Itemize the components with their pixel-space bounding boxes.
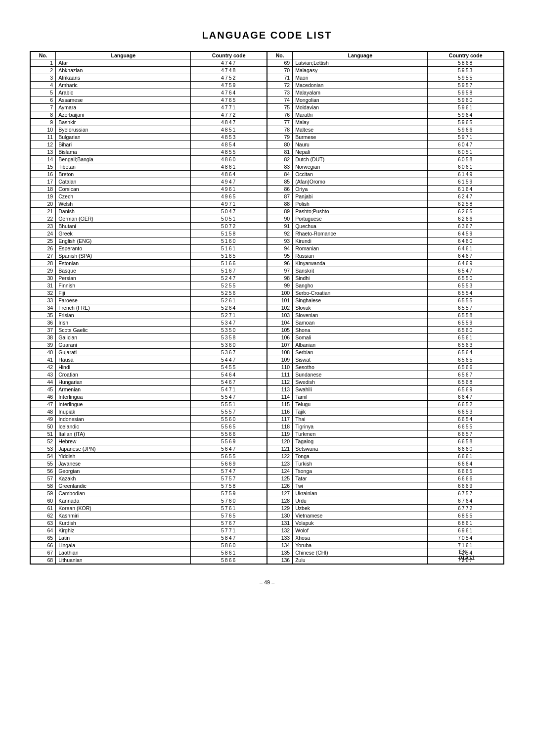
table-row: 114Tamil6647 xyxy=(267,393,504,401)
table-row: 16Breton4864 xyxy=(31,171,267,178)
table-row: 1Afar4747 xyxy=(31,59,267,67)
right-header-code: Country code xyxy=(428,52,504,59)
table-row: 67Laothian5861 xyxy=(31,549,267,557)
table-row: 39Guarani5360 xyxy=(31,341,267,349)
table-row: 118Tigrinya6655 xyxy=(267,423,504,430)
table-row: 82Dutch (DUT)6058 xyxy=(267,156,504,163)
table-row: 23Bhutani5072 xyxy=(31,223,267,230)
table-row: 83Norwegian6061 xyxy=(267,163,504,171)
footer-code: EN01A11 xyxy=(459,549,475,561)
footer: – 49 – xyxy=(30,579,504,585)
table-row: 78Maltese5966 xyxy=(267,126,504,134)
table-row: 37Scots Gaelic5350 xyxy=(31,327,267,334)
left-header-no: No. xyxy=(31,52,56,59)
table-row: 56Georgian5747 xyxy=(31,468,267,475)
table-row: 106Somali6561 xyxy=(267,334,504,341)
table-row: 120Tagalog6658 xyxy=(267,438,504,445)
table-row: 103Slovenian6558 xyxy=(267,312,504,319)
table-row: 24Greek5158 xyxy=(31,230,267,237)
table-row: 63Kurdish5767 xyxy=(31,520,267,527)
table-row: 21Danish5047 xyxy=(31,208,267,215)
table-row: 123Turkish6664 xyxy=(267,460,504,468)
table-row: 69Latvian;Lettish5868 xyxy=(267,59,504,67)
table-row: 32Fiji5256 xyxy=(31,289,267,297)
table-row: 35Frisian5271 xyxy=(31,312,267,319)
table-row: 131Volapuk6861 xyxy=(267,520,504,527)
table-row: 3Afrikaans4752 xyxy=(31,74,267,82)
table-row: 12Bihari4854 xyxy=(31,141,267,148)
table-row: 27Spanish (SPA)5165 xyxy=(31,252,267,260)
language-table-container: No. Language Country code 1Afar47472Abkh… xyxy=(30,51,504,565)
table-row: 119Turkmen6657 xyxy=(267,430,504,438)
right-header-language: Language xyxy=(293,52,428,59)
table-row: 86Oriya6164 xyxy=(267,186,504,193)
table-row: 65Latin5847 xyxy=(31,534,267,542)
table-row: 26Esperanto5161 xyxy=(31,245,267,252)
table-row: 48Inupiak5557 xyxy=(31,408,267,416)
table-row: 62Kashmiri5765 xyxy=(31,512,267,520)
table-row: 18Corsican4961 xyxy=(31,186,267,193)
table-row: 90Portuguese6266 xyxy=(267,215,504,223)
table-row: 84Occitan6149 xyxy=(267,171,504,178)
table-row: 75Moldavian5961 xyxy=(267,104,504,111)
table-row: 113Swahili6569 xyxy=(267,386,504,393)
table-row: 30Persian5247 xyxy=(31,275,267,282)
table-row: 51Italian (ITA)5566 xyxy=(31,430,267,438)
table-row: 73Malayalam5958 xyxy=(267,89,504,96)
table-row: 40Gujarati5367 xyxy=(31,349,267,356)
table-row: 115Telugu6652 xyxy=(267,401,504,408)
table-row: 8Azerbaijani4772 xyxy=(31,111,267,119)
table-row: 125Tatar6666 xyxy=(267,475,504,482)
table-row: 99Sangho6553 xyxy=(267,282,504,289)
table-row: 13Bislama4855 xyxy=(31,148,267,156)
table-row: 105Shona6560 xyxy=(267,327,504,334)
table-row: 96Kinyarwanda6469 xyxy=(267,260,504,267)
table-row: 7Aymara4771 xyxy=(31,104,267,111)
page-title: LANGUAGE CODE LIST xyxy=(30,30,504,41)
table-row: 17Catalan4947 xyxy=(31,178,267,186)
table-row: 122Tonga6661 xyxy=(267,453,504,460)
left-table: No. Language Country code 1Afar47472Abkh… xyxy=(30,51,267,564)
table-row: 76Marathi5964 xyxy=(267,111,504,119)
table-row: 61Korean (KOR)5761 xyxy=(31,505,267,512)
table-row: 4Amharic4759 xyxy=(31,82,267,89)
table-row: 89Pashto;Pushto6265 xyxy=(267,208,504,215)
table-row: 6Assamese4765 xyxy=(31,96,267,104)
table-row: 47Interlingue5551 xyxy=(31,401,267,408)
table-row: 127Ukrainian6757 xyxy=(267,490,504,497)
table-row: 68Lithuanian5866 xyxy=(31,557,267,564)
table-row: 52Hebrew5569 xyxy=(31,438,267,445)
table-row: 43Croatian5464 xyxy=(31,371,267,378)
table-row: 88Polish6258 xyxy=(267,200,504,208)
table-row: 46Interlingua5547 xyxy=(31,393,267,401)
table-row: 34French (FRE)5264 xyxy=(31,304,267,312)
table-row: 129Uzbek6772 xyxy=(267,505,504,512)
table-row: 11Bulgarian4853 xyxy=(31,134,267,141)
table-row: 80Nauru6047 xyxy=(267,141,504,148)
table-row: 95Russian6467 xyxy=(267,252,504,260)
table-row: 79Burmese5971 xyxy=(267,134,504,141)
table-row: 41Hausa5447 xyxy=(31,356,267,364)
table-row: 54Yiddish5655 xyxy=(31,453,267,460)
table-row: 121Setswana6660 xyxy=(267,445,504,453)
table-row: 108Serbian6564 xyxy=(267,349,504,356)
table-row: 98Sindhi6550 xyxy=(267,275,504,282)
table-row: 117Thai6654 xyxy=(267,416,504,423)
table-row: 93Kirundi6460 xyxy=(267,237,504,245)
table-row: 9Bashkir4847 xyxy=(31,119,267,126)
table-row: 53Japanese (JPN)5647 xyxy=(31,445,267,453)
page-number: – 49 – xyxy=(260,579,275,585)
table-row: 14Bengali;Bangla4860 xyxy=(31,156,267,163)
table-row: 132Wolof6961 xyxy=(267,527,504,534)
table-row: 70Malagasy5953 xyxy=(267,67,504,74)
table-row: 133Xhosa7054 xyxy=(267,534,504,542)
table-row: 2Abkhazian4748 xyxy=(31,67,267,74)
table-row: 104Samoan6559 xyxy=(267,319,504,327)
table-row: 10Byelorussian4851 xyxy=(31,126,267,134)
table-row: 29Basque5167 xyxy=(31,267,267,275)
left-header-code: Country code xyxy=(191,52,267,59)
table-row: 50Icelandic5565 xyxy=(31,423,267,430)
table-row: 28Estonian5166 xyxy=(31,260,267,267)
table-row: 72Macedonian5957 xyxy=(267,82,504,89)
table-row: 100Serbo-Croatian6554 xyxy=(267,289,504,297)
